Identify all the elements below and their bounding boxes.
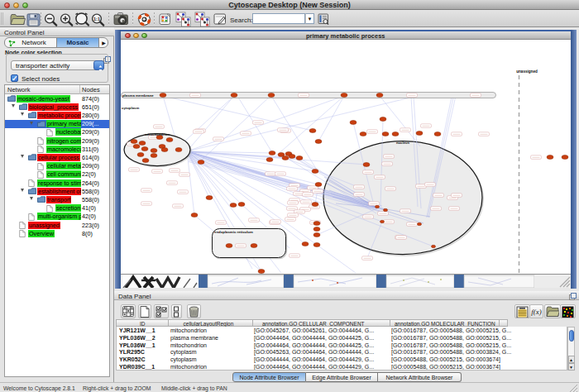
svg-text:mitochondrion: mitochondrion (145, 132, 170, 136)
svg-text:nucleus: nucleus (396, 141, 410, 145)
svg-text:unassigned: unassigned (516, 69, 538, 74)
svg-text:1:1: 1:1 (93, 17, 100, 22)
svg-text:endoplasmic reticulum: endoplasmic reticulum (214, 230, 253, 234)
svg-text:plasma membrane: plasma membrane (122, 93, 154, 98)
svg-text:f(x): f(x) (531, 308, 542, 316)
svg-text:cytoplasm: cytoplasm (122, 106, 139, 110)
